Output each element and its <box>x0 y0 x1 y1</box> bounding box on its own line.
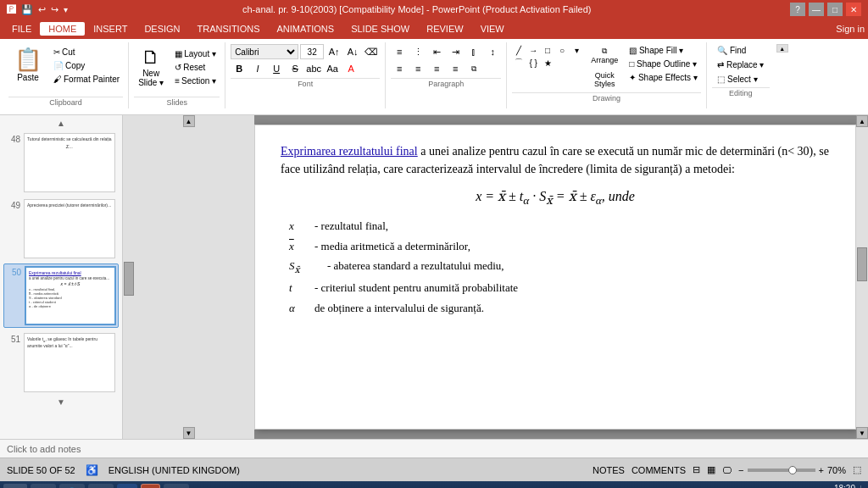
shape-oval[interactable]: ○ <box>555 44 569 56</box>
align-left-button[interactable]: ≡ <box>391 61 408 76</box>
bullets-button[interactable]: ≡ <box>391 44 408 59</box>
shape-more[interactable]: ▾ <box>570 44 583 56</box>
shadow-button[interactable]: abc <box>305 61 322 76</box>
paste-button[interactable]: 📋 Paste <box>8 44 47 85</box>
quick-styles-button[interactable]: Quick Styles <box>587 69 622 91</box>
format-painter-button[interactable]: 🖌 Format Painter <box>50 73 123 86</box>
columns-button[interactable]: ⫿ <box>465 44 482 59</box>
font-size-increase-button[interactable]: A↑ <box>326 44 342 59</box>
collapse-ribbon-button[interactable]: ▲ <box>776 44 788 53</box>
zoom-slider-thumb[interactable] <box>788 466 797 474</box>
arrange-button[interactable]: ⧉ Arrange <box>587 44 622 67</box>
font-family-select[interactable]: Calibri <box>231 44 298 59</box>
slide-thumbnail-51[interactable]: 51 Valorile tα, se găsesc în tabele pent… <box>3 331 119 394</box>
taskbar-explorer[interactable]: 📁 <box>88 484 114 488</box>
taskbar-paint[interactable]: 🎨 <box>164 484 189 488</box>
shape-effects-button[interactable]: ✦ Shape Effects ▾ <box>626 71 701 84</box>
close-button[interactable]: ✕ <box>846 3 861 16</box>
view-slidesorter-button[interactable]: ▦ <box>707 464 715 475</box>
fit-slide-button[interactable]: ⬚ <box>853 464 861 475</box>
view-reading-button[interactable]: 🖵 <box>722 465 732 475</box>
quick-access-save[interactable]: 💾 <box>21 4 33 15</box>
find-button[interactable]: 🔍 Find <box>714 44 767 57</box>
clock[interactable]: 18:20 16/03/2015 <box>813 483 855 488</box>
font-color-button[interactable]: A <box>342 61 359 76</box>
align-right-button[interactable]: ≡ <box>428 61 445 76</box>
zoom-control[interactable]: − + 70% <box>738 465 846 475</box>
replace-button[interactable]: ⇄ Replace ▾ <box>714 58 767 71</box>
menu-view[interactable]: VIEW <box>472 22 513 36</box>
shape-rect[interactable]: □ <box>541 44 554 56</box>
scroll-up-button[interactable]: ▲ <box>183 115 195 127</box>
scroll-thumb[interactable] <box>124 262 134 296</box>
text-direction-button[interactable]: ↕ <box>484 44 501 59</box>
help-button[interactable]: ? <box>790 3 805 16</box>
shape-bracket[interactable]: { } <box>526 57 540 69</box>
right-scroll-down-button[interactable]: ▼ <box>856 427 868 439</box>
font-size-decrease-button[interactable]: A↓ <box>344 44 361 59</box>
cut-button[interactable]: ✂ Cut <box>50 46 123 58</box>
shape-star[interactable]: ★ <box>541 57 554 69</box>
align-justify-button[interactable]: ≡ <box>447 61 464 76</box>
numbering-button[interactable]: ⋮ <box>409 44 426 59</box>
menu-transitions[interactable]: TRANSITIONS <box>189 22 269 36</box>
bold-button[interactable]: B <box>231 61 248 76</box>
reset-button[interactable]: ↺ Reset <box>171 61 220 74</box>
zoom-in-button[interactable]: + <box>819 465 824 475</box>
quick-access-undo[interactable]: ↩ <box>38 4 46 15</box>
slide-thumbnail-49[interactable]: 49 Aprecierea preciziei (tutorer determi… <box>3 197 119 260</box>
taskbar-word[interactable]: W <box>117 484 137 488</box>
vertical-scrollbar[interactable]: ▲ ▼ <box>123 115 254 439</box>
taskbar-cortana[interactable]: 🌐 <box>59 484 85 488</box>
clear-format-button[interactable]: ⌫ <box>363 44 380 59</box>
right-scrollbar[interactable]: ▲ ▼ <box>856 115 868 439</box>
quick-access-more[interactable]: ▾ <box>64 5 68 14</box>
italic-button[interactable]: I <box>249 61 266 76</box>
scroll-down-button[interactable]: ▼ <box>183 427 195 439</box>
shape-fill-button[interactable]: ▧ Shape Fill ▾ <box>626 44 701 57</box>
shape-line[interactable]: ╱ <box>512 44 526 56</box>
notes-button[interactable]: NOTES <box>593 465 625 475</box>
select-button[interactable]: ⬚ Select ▾ <box>714 73 767 86</box>
shape-outline-button[interactable]: □ Shape Outline ▾ <box>626 58 701 70</box>
menu-slideshow[interactable]: SLIDE SHOW <box>342 22 418 36</box>
slide-title-link[interactable]: Exprimarea rezultatului final <box>281 145 418 158</box>
maximize-button[interactable]: □ <box>827 3 843 16</box>
font-size-input[interactable] <box>300 44 324 59</box>
menu-insert[interactable]: INSERT <box>85 22 136 36</box>
quick-access-redo[interactable]: ↪ <box>51 4 58 15</box>
underline-button[interactable]: U <box>268 61 285 76</box>
menu-file[interactable]: FILE <box>3 22 40 36</box>
ribbon-collapse[interactable]: ▲ <box>775 42 790 108</box>
strikethrough-button[interactable]: S <box>287 61 303 76</box>
comments-button[interactable]: COMMENTS <box>632 465 686 475</box>
decrease-indent-button[interactable]: ⇤ <box>428 44 445 59</box>
slide-thumbnail-48[interactable]: 48 Tutorul deterministic se calculează d… <box>3 131 119 194</box>
menu-review[interactable]: REVIEW <box>418 22 471 36</box>
case-button[interactable]: Aa <box>324 61 341 76</box>
right-scroll-thumb[interactable] <box>857 247 867 281</box>
smartart-button[interactable]: ⧉ <box>465 61 482 76</box>
menu-animations[interactable]: ANIMATIONS <box>269 22 343 36</box>
notes-bar[interactable]: Click to add notes <box>0 439 868 458</box>
taskbar-powerpoint[interactable]: P <box>141 484 160 488</box>
menu-home[interactable]: HOME <box>40 22 85 36</box>
menu-design[interactable]: DESIGN <box>136 22 188 36</box>
layout-button[interactable]: ▦ Layout ▾ <box>171 47 220 60</box>
taskbar-search[interactable]: 🔍 <box>31 484 56 488</box>
new-slide-button[interactable]: 🗋 New Slide ▾ <box>134 44 168 90</box>
view-normal-button[interactable]: ⊟ <box>693 464 700 475</box>
slide-thumbnail-50[interactable]: 50 Exprimarea rezultatului final a unei … <box>3 263 119 328</box>
start-button[interactable]: ⊞ <box>3 484 27 488</box>
section-button[interactable]: ≡ Section ▾ <box>171 75 220 87</box>
zoom-out-button[interactable]: − <box>738 465 743 475</box>
align-center-button[interactable]: ≡ <box>409 61 426 76</box>
increase-indent-button[interactable]: ⇥ <box>447 44 464 59</box>
minimize-button[interactable]: — <box>809 3 824 16</box>
shape-arrow[interactable]: → <box>526 44 540 56</box>
shape-curve[interactable]: ⌒ <box>512 57 526 69</box>
sign-in-button[interactable]: Sign in <box>836 24 865 34</box>
thumbnail-scroll-up[interactable]: ▲ <box>3 119 119 128</box>
thumbnail-scroll-down[interactable]: ▼ <box>3 397 119 407</box>
copy-button[interactable]: 📄 Copy <box>50 59 123 72</box>
